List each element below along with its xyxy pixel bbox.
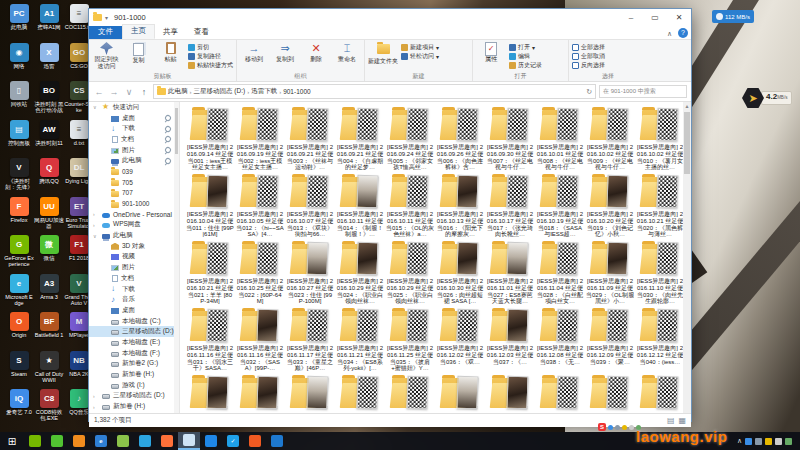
rename-button[interactable]: ⌶ 重命名 (333, 42, 361, 71)
file-item-42[interactable] (236, 374, 284, 412)
tray-expand-icon[interactable]: ∧ (737, 437, 742, 445)
file-item-27[interactable]: [IESS异思趣向] 2016.11.01 丝足便当027：ES8赛芭天蓝大长腿… (486, 240, 534, 305)
sidebar-item-18[interactable]: 下载 (89, 284, 179, 295)
desktop-icon-28[interactable]: SSteam (4, 351, 34, 377)
file-item-47[interactable] (486, 374, 534, 412)
forward-button[interactable]: → (108, 87, 120, 97)
file-item-12[interactable]: [IESS异思趣向] 2016.10.05 丝足便当012：《hi~~SASA》… (236, 173, 284, 238)
expand-arrow-icon[interactable]: › (93, 222, 99, 228)
file-item-17[interactable]: [IESS异思趣向] 2016.10.17 丝足便当017：《张光琦肉长靴丝… (486, 173, 534, 238)
tray-icon-4[interactable] (775, 438, 782, 445)
taskbar-app-qq-app[interactable] (112, 432, 134, 450)
sidebar-scrollbar[interactable] (174, 102, 179, 413)
sidebar-item-22[interactable]: 三星移动固态 (D:) (89, 326, 179, 337)
file-item-35[interactable]: [IESS异思趣向] 2016.11.25 丝足便当035：《披肩+蜜猫妞》Y… (386, 307, 434, 372)
new-item-button[interactable]: 新建项目 ▾ (401, 43, 439, 51)
file-item-43[interactable] (286, 374, 334, 412)
breadcrumb-crumb[interactable]: 迅雷下载 (251, 87, 277, 96)
paste-shortcut-button[interactable]: 粘贴快捷方式 (188, 61, 233, 69)
sidebar-item-9[interactable]: 707 (89, 188, 179, 199)
desktop-icon-5[interactable]: X迅雷 (34, 43, 64, 69)
tray-icon-3[interactable] (765, 438, 772, 445)
sidebar-item-25[interactable]: 新加卷2 (G:) (89, 359, 179, 370)
file-item-30[interactable]: [IESS异思趣向] 2016.11.10 丝足便当030：《肉丝先生跟轮廓… (636, 240, 684, 305)
sidebar-item-21[interactable]: 本地磁盘 (C:) (89, 316, 179, 327)
desktop-icon-8[interactable]: BO决胜时刻 黑色行动冷战 (34, 81, 64, 113)
sidebar-item-26[interactable]: 新加卷 (H:) (89, 369, 179, 380)
file-item-18[interactable]: [IESS异思趣向] 2016.10.19 丝足便当018：《SASA与IESS… (536, 173, 584, 238)
copy-to-button[interactable]: ⇒ 复制到 (271, 42, 299, 71)
sidebar-item-27[interactable]: 游戏 (I:) (89, 380, 179, 391)
search-input[interactable]: 在 901-1000 中搜索 (599, 85, 687, 98)
sidebar-item-4[interactable]: 文档 (89, 134, 179, 145)
back-button[interactable]: ← (93, 87, 105, 97)
sidebar-item-29[interactable]: ›新加卷 (H:) (89, 401, 179, 412)
sidebar-item-5[interactable]: 图片 (89, 145, 179, 156)
desktop-icon-17[interactable]: UU网易UU加速器 (34, 197, 64, 229)
sidebar-item-17[interactable]: 文档 (89, 273, 179, 284)
file-item-14[interactable]: [IESS异思趣向] 2016.10.11 丝足便当014：《制服！制服！》… (336, 173, 384, 238)
vertical-scrollbar[interactable]: ▲ (683, 102, 691, 413)
file-item-16[interactable]: [IESS异思趣向] 2016.10.13 丝足便当016：《阳光下的摩擦灰… (436, 173, 484, 238)
file-item-31[interactable]: [IESS异思趣向] 2016.11.16 丝足便当031：《弱水三千》SASA… (186, 307, 234, 372)
sidebar-item-13[interactable]: ∨此电脑 (89, 230, 179, 241)
file-item-19[interactable]: [IESS异思趣向] 2016.10.20 丝足便当019：《刘色记忆》小秋… (586, 173, 634, 238)
desktop-icon-11[interactable]: AW决胜时刻11 (34, 120, 64, 146)
sidebar-item-7[interactable]: 039 (89, 166, 179, 177)
tray-icon-5[interactable] (785, 438, 792, 445)
file-item-2[interactable]: [IESS异思趣向] 2016.09.19 丝足便当002：iess王模丝足女主… (236, 106, 284, 171)
scrollbar-thumb[interactable] (684, 112, 690, 174)
taskbar-app-meeting-check[interactable]: ✓ (222, 432, 244, 450)
desktop-icon-26[interactable]: BFBattlefield 1 (34, 312, 64, 338)
taskbar-app-clock-app[interactable] (266, 432, 288, 450)
breadcrumb[interactable]: 此电脑›三星移动固态 (D:)›迅雷下载›901-1000 ↻ (153, 84, 596, 99)
file-item-36[interactable]: [IESS异思趣向] 2016.12.02 丝足便当036：《双… (436, 307, 484, 365)
file-item-46[interactable] (436, 374, 484, 412)
file-item-38[interactable]: [IESS异思趣向] 2016.12.08 丝足便当038：《无… (536, 307, 584, 365)
file-item-3[interactable]: [IESS异思趣向] 2016.09.21 丝足便当003：《丝袜与运动鞋》… (286, 106, 334, 171)
file-item-39[interactable]: [IESS异思趣向] 2016.12.09 丝足便当039：《聚… (586, 307, 634, 365)
close-button[interactable]: ✕ (667, 9, 691, 26)
sidebar-item-23[interactable]: 本地磁盘 (E:) (89, 337, 179, 348)
desktop-icon-4[interactable]: ◉网络 (4, 43, 34, 69)
copy-path-button[interactable]: 复制路径 (188, 52, 233, 60)
desktop-icon-25[interactable]: OOrigin (4, 312, 34, 338)
taskbar-app-telegram[interactable] (134, 432, 156, 450)
sidebar-item-15[interactable]: 视频 (89, 252, 179, 263)
maximize-button[interactable]: ▭ (643, 9, 667, 26)
file-item-11[interactable]: [IESS异思趣向] 2016.10.04 丝足便当011：佳佳 [99P|61… (186, 173, 234, 238)
details-view-icon[interactable]: ▤ (667, 416, 675, 425)
desktop-icon-14[interactable]: Q腾讯QQ (34, 158, 64, 184)
help-icon[interactable]: ? (678, 28, 688, 38)
open-button[interactable]: 打开 ▾ (509, 43, 542, 51)
invert-selection-button[interactable]: 反向选择 (572, 61, 605, 69)
copy-button[interactable]: 复制 (124, 42, 153, 71)
file-item-23[interactable]: [IESS异思趣向] 2016.10.27 丝足便当023：佳佳 [99P-10… (286, 240, 334, 305)
desktop-icon-31[interactable]: iQ爱奇艺 7.0 (4, 389, 34, 415)
cut-button[interactable]: 剪切 (188, 43, 233, 51)
sidebar-item-16[interactable]: 图片 (89, 262, 179, 273)
sidebar-item-10[interactable]: 901-1000 (89, 198, 179, 209)
desktop-icon-2[interactable]: A1蜜蜂A1网 (34, 4, 64, 30)
taskbar-app-explorer[interactable] (178, 432, 200, 450)
desktop-icon-20[interactable]: 微微信 (34, 235, 64, 261)
file-item-8[interactable]: [IESS异思趣向] 2016.10.01 丝足便当008：《丝足电视与牛仔… (536, 106, 584, 171)
tray-icon-1[interactable] (745, 438, 752, 445)
file-item-20[interactable]: [IESS异思趣向] 2016.10.21 丝足便当020：《黑色裤与薄丝… (636, 173, 684, 238)
refresh-icon[interactable]: ↻ (586, 88, 592, 96)
file-item-44[interactable] (336, 374, 384, 412)
chevron-down-icon[interactable]: ▾ (105, 14, 108, 21)
collapse-ribbon-icon[interactable]: ∧ (667, 30, 672, 38)
file-item-34[interactable]: [IESS异思趣向] 2016.11.21 丝足便当034：《ES8系列-yok… (336, 307, 384, 372)
desktop-icon-32[interactable]: C8COD8特效包.EXE (34, 389, 64, 421)
file-item-40[interactable]: [IESS异思趣向] 2016.12.12 丝足便当040：(iess… (636, 307, 684, 365)
move-to-button[interactable]: → 移动到 (240, 42, 268, 71)
desktop-icon-13[interactable]: V《决胜时刻：先锋》 (4, 158, 34, 190)
thumbnail-view-icon[interactable]: ▦ (678, 416, 686, 425)
sidebar-item-2[interactable]: 桌面 (89, 113, 179, 124)
desktop-icon-29[interactable]: ★Call of Duty WWII (34, 351, 64, 383)
taskbar-app-wechat[interactable] (46, 432, 68, 450)
sidebar-item-11[interactable]: ›OneDrive - Personal (89, 209, 179, 220)
desktop-icon-22[interactable]: eMicrosoft Edge (4, 274, 34, 306)
desktop-icon-1[interactable]: PC此电脑 (4, 4, 34, 30)
